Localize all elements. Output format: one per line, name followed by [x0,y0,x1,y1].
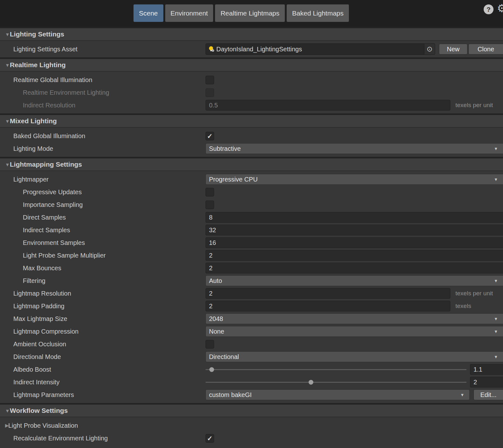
field-label: Directional Mode [0,353,206,361]
indirect-samples-input[interactable] [206,225,503,235]
chevron-down-icon: ▼ [494,329,498,334]
section-title: Lightmapping Settings [10,161,82,168]
lightmap-parameters-dropdown[interactable]: custom bakeGI ▼ [206,389,470,400]
slider-track [206,382,467,383]
directional-mode-dropdown[interactable]: Directional ▼ [206,351,503,362]
tab-realtime-lightmaps[interactable]: Realtime Lightmaps [215,4,285,22]
field-label: Indirect Samples [0,227,206,234]
dropdown-value: Directional [206,353,239,361]
filtering-dropdown[interactable]: Auto ▼ [206,275,503,286]
section-body-workflow-settings: ▶ Light Probe Visualization Recalculate … [0,417,503,446]
field-label: Environment Samples [0,239,206,246]
section-header-mixed-lighting[interactable]: ▼ Mixed Lighting [0,115,503,128]
field-label: Indirect Resolution [0,102,206,109]
chevron-down-icon: ▼ [494,355,498,359]
max-lightmap-size-dropdown[interactable]: 2048 ▼ [206,313,503,324]
dropdown-value: None [206,328,224,335]
field-label: Realtime Environment Lighting [0,89,206,96]
albedo-boost-slider[interactable] [206,365,467,374]
albedo-boost-input[interactable] [470,364,503,375]
lightmap-padding-input[interactable] [206,301,450,311]
new-button[interactable]: New [439,44,467,54]
clone-button[interactable]: Clone [468,44,503,54]
check-icon: ✓ [207,133,213,139]
lighting-settings-asset-field[interactable]: DaytonIsland_LightingSettings ⊙ [206,43,435,55]
row-filtering: Filtering Auto ▼ [0,274,503,287]
lightmap-compression-dropdown[interactable]: None ▼ [206,326,503,337]
gear-icon[interactable]: ⚙ [497,2,503,15]
foldout-open-icon: ▼ [0,32,10,37]
field-label: Indirect Intensity [0,379,206,386]
row-lightmap-padding: Lightmap Padding texels [0,300,503,312]
progressive-updates-checkbox[interactable]: ✓ [206,188,214,196]
baked-gi-checkbox[interactable]: ✓ [206,132,214,140]
dropdown-value: Progressive CPU [206,176,258,183]
lighting-asset-icon [208,46,215,53]
importance-sampling-checkbox[interactable]: ✓ [206,201,214,209]
chevron-down-icon: ▼ [460,393,464,397]
row-lightmap-parameters: Lightmap Parameters custom bakeGI ▼ Edit… [0,388,503,401]
ambient-occlusion-checkbox[interactable]: ✓ [206,340,214,349]
light-probe-sample-multiplier-input[interactable] [206,250,503,261]
unit-label: texels per unit [455,102,493,109]
edit-button[interactable]: Edit... [474,389,503,400]
slider-handle[interactable] [209,367,214,372]
lighting-mode-dropdown[interactable]: Subtractive ▼ [206,143,503,154]
slider-track [206,369,467,370]
recalculate-environment-lighting-checkbox[interactable]: ✓ [206,434,214,443]
row-ambient-occlusion: Ambient Occlusion ✓ [0,338,503,350]
field-label: Lightmapper [0,176,206,183]
field-label: Filtering [0,277,206,285]
indirect-intensity-input[interactable] [470,377,503,387]
field-label: Importance Sampling [0,201,206,208]
field-label: Light Probe Visualization [8,422,206,429]
foldout-open-icon: ▼ [0,118,10,124]
section-body-lightmapping-settings: Lightmapper Progressive CPU ▼ Progressiv… [0,171,503,403]
foldout-open-icon: ▼ [0,408,10,413]
row-lightmap-compression: Lightmap Compression None ▼ [0,325,503,338]
section-body-mixed-lighting: Baked Global Illumination ✓ Lighting Mod… [0,128,503,157]
row-recalculate-environment-lighting: Recalculate Environment Lighting ✓ [0,432,503,445]
direct-samples-input[interactable] [206,212,503,223]
section-header-lighting-settings[interactable]: ▼ Lighting Settings [0,28,503,41]
foldout-open-icon: ▼ [0,162,10,167]
indirect-intensity-slider[interactable] [206,378,467,387]
section-header-lightmapping-settings[interactable]: ▼ Lightmapping Settings [0,158,503,171]
lightmap-resolution-input[interactable] [206,288,450,299]
dropdown-value: Auto [206,277,222,285]
object-picker-icon[interactable]: ⊙ [424,44,435,54]
row-light-probe-visualization[interactable]: ▶ Light Probe Visualization [0,419,503,432]
max-bounces-input[interactable] [206,263,503,273]
dropdown-value: custom bakeGI [206,391,252,399]
field-label: Albedo Boost [0,366,206,373]
environment-samples-input[interactable] [206,237,503,248]
field-label: Light Probe Sample Multiplier [0,252,206,259]
tab-environment[interactable]: Environment [165,4,214,22]
asset-name: DaytonIsland_LightingSettings [216,46,424,53]
row-direct-samples: Direct Samples [0,211,503,224]
help-icon[interactable]: ? [484,4,493,14]
unit-label: texels [455,303,471,310]
foldout-closed-icon: ▶ [0,423,8,428]
dropdown-value: Subtractive [206,145,241,152]
field-label: Recalculate Environment Lighting [0,435,206,442]
field-label: Max Bounces [0,265,206,272]
tab-scene[interactable]: Scene [133,4,164,22]
realtime-gi-checkbox[interactable]: ✓ [206,76,214,84]
tab-baked-lightmaps[interactable]: Baked Lightmaps [286,4,349,22]
chevron-down-icon: ▼ [494,278,498,283]
lightmapper-dropdown[interactable]: Progressive CPU ▼ [206,174,503,185]
row-baked-global-illumination: Baked Global Illumination ✓ [0,130,503,142]
row-realtime-environment-lighting: Realtime Environment Lighting ✓ [0,86,503,99]
slider-handle[interactable] [309,380,313,385]
lighting-window: Scene Environment Realtime Lightmaps Bak… [0,0,503,448]
row-directional-mode: Directional Mode Directional ▼ [0,350,503,363]
row-lightmapper: Lightmapper Progressive CPU ▼ [0,173,503,186]
row-realtime-global-illumination: Realtime Global Illumination ✓ [0,74,503,86]
section-title: Workflow Settings [10,407,68,414]
section-body-lighting-settings: Lighting Settings Asset DaytonIsland_Lig… [0,41,503,57]
section-header-realtime-lighting[interactable]: ▼ Realtime Lighting [0,59,503,72]
row-max-lightmap-size: Max Lightmap Size 2048 ▼ [0,312,503,325]
section-title: Lighting Settings [10,30,64,38]
section-header-workflow-settings[interactable]: ▼ Workflow Settings [0,405,503,417]
